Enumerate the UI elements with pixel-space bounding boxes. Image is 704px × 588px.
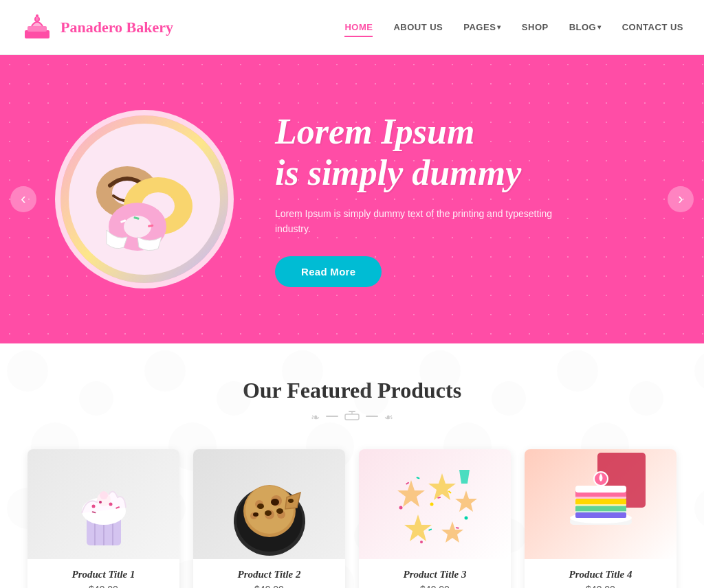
pages-dropdown-icon: ▾	[497, 23, 501, 31]
chevron-left-icon: ‹	[21, 190, 25, 208]
product-card-1: Product Title 1 $49.00 Order Now	[28, 449, 179, 588]
svg-rect-58	[428, 528, 432, 531]
hero-subtitle: Lorem Ipsum is simply dummy text of the …	[275, 206, 564, 237]
svg-marker-53	[441, 521, 463, 543]
svg-point-61	[430, 503, 433, 506]
nav-about[interactable]: ABOUT US	[393, 19, 443, 36]
svg-point-28	[100, 491, 108, 499]
svg-rect-59	[455, 527, 459, 529]
product-card-4: Product Title 4 $49.00 Order Now	[525, 449, 676, 588]
hero-image	[60, 115, 228, 283]
product-image-3	[359, 449, 511, 559]
svg-rect-73	[575, 504, 626, 506]
product-price-4: $49.00	[525, 584, 676, 588]
nav-blog[interactable]: BLOG ▾	[569, 19, 602, 36]
product-card-3: Product Title 3 $49.00 Order Now	[359, 449, 511, 588]
product-title-4: Product Title 4	[531, 569, 670, 580]
products-grid: Product Title 1 $49.00 Order Now	[28, 449, 676, 588]
chevron-right-icon: ›	[678, 190, 683, 208]
svg-rect-1	[28, 26, 47, 32]
svg-point-43	[257, 504, 264, 509]
hero-cta-button[interactable]: Read More	[275, 256, 382, 287]
svg-point-47	[276, 508, 283, 514]
product-price-2: $49.00	[193, 584, 345, 588]
svg-point-44	[271, 499, 279, 506]
product-title-1: Product Title 1	[34, 569, 173, 580]
product-title-3: Product Title 3	[366, 569, 504, 580]
svg-rect-74	[575, 511, 626, 512]
nav-pages[interactable]: PAGES ▾	[463, 19, 501, 36]
product-title-2: Product Title 2	[200, 569, 338, 580]
hero-text-block: Lorem Ipsum is simply dummy Lorem Ipsum …	[275, 111, 649, 286]
svg-rect-72	[575, 497, 626, 499]
product-card-2: Product Title 2 $49.00 Order Now	[193, 449, 345, 588]
svg-point-46	[253, 512, 258, 517]
logo-text: Panadero Bakery	[60, 19, 173, 36]
svg-point-60	[399, 506, 402, 510]
hero-prev-button[interactable]: ‹	[10, 186, 36, 212]
svg-rect-71	[575, 486, 626, 493]
svg-rect-55	[416, 477, 419, 479]
svg-marker-50	[428, 473, 456, 500]
svg-point-48	[288, 499, 294, 503]
featured-section: Our Featured Products ❧ ❧	[0, 343, 704, 588]
hero-section: ‹	[0, 55, 704, 343]
donuts-illustration	[69, 124, 220, 275]
hero-title: Lorem Ipsum is simply dummy	[275, 111, 649, 194]
product-price-1: $49.00	[28, 584, 179, 588]
svg-point-29	[91, 505, 95, 508]
svg-point-62	[464, 517, 468, 520]
nav-contact[interactable]: CONTACT US	[622, 19, 683, 36]
svg-point-45	[265, 510, 272, 516]
svg-marker-49	[397, 480, 425, 507]
svg-rect-54	[406, 482, 409, 485]
svg-rect-70	[575, 512, 626, 518]
hero-content: Lorem Ipsum is simply dummy Lorem Ipsum …	[0, 82, 704, 316]
svg-marker-52	[404, 514, 432, 541]
svg-point-30	[109, 503, 112, 506]
blog-dropdown-icon: ▾	[597, 23, 602, 31]
product-image-4	[525, 449, 676, 559]
product-price-3: $49.00	[359, 584, 511, 588]
svg-point-31	[99, 501, 102, 504]
svg-point-63	[420, 541, 423, 543]
nav-home[interactable]: HOME	[344, 19, 373, 36]
product-image-2	[193, 449, 345, 559]
logo[interactable]: Panadero Bakery	[21, 11, 173, 44]
hero-next-button[interactable]: ›	[668, 186, 694, 212]
nav-shop[interactable]: SHOP	[522, 19, 549, 36]
main-nav: HOME ABOUT US PAGES ▾ SHOP BLOG ▾ CONTAC…	[344, 19, 683, 36]
header: Panadero Bakery HOME ABOUT US PAGES ▾ SH…	[0, 0, 704, 55]
svg-marker-51	[455, 490, 477, 512]
product-image-1	[28, 449, 179, 559]
logo-icon	[21, 11, 54, 44]
svg-point-4	[36, 14, 38, 17]
svg-rect-57	[448, 490, 451, 494]
hero-image-circle	[55, 110, 234, 289]
